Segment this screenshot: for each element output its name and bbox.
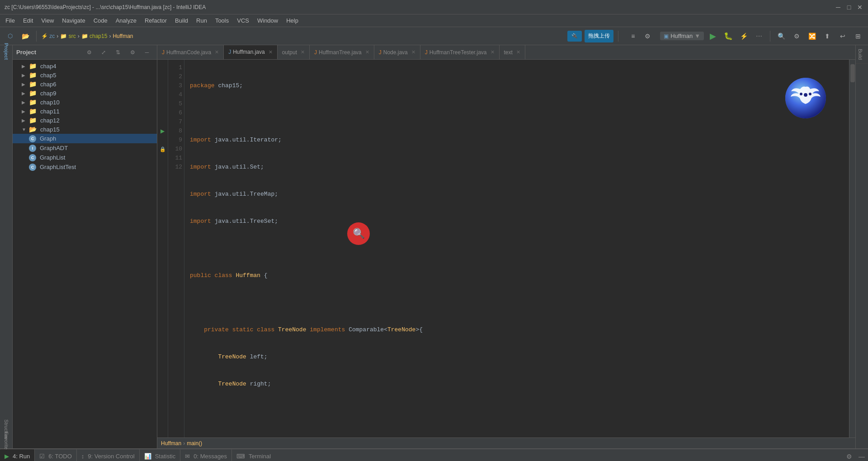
maximize-button[interactable]: □ — [845, 4, 853, 11]
run-config[interactable]: ▣ Huffman ▼ — [660, 32, 704, 40]
undo-btn[interactable]: ↩ — [836, 30, 849, 42]
run-config-label: Huffman — [670, 33, 693, 39]
arrow-icon: ▶ — [22, 91, 27, 96]
tree-item-chap5[interactable]: ▶ 📁 chap5 — [13, 71, 157, 80]
tab-huffman[interactable]: J Huffman.java ✕ — [224, 45, 277, 60]
project-tool-btn[interactable]: Project — [0, 45, 13, 58]
settings-sync-btn[interactable]: ⚙ — [641, 30, 654, 42]
minimize-button[interactable]: ─ — [835, 4, 842, 11]
menu-refactor[interactable]: Refactor — [141, 16, 170, 25]
close-tab-node[interactable]: ✕ — [411, 49, 415, 55]
tree-item-chap4[interactable]: ▶ 📁 chap4 — [13, 61, 157, 71]
tree-item-graphlisttest[interactable]: C GraphListTest — [13, 162, 157, 172]
vertical-scrollbar[interactable] — [849, 60, 855, 437]
update-btn[interactable]: ⬆ — [821, 30, 834, 42]
upload-btn[interactable]: 拖拽上传 — [585, 30, 613, 42]
avatar — [785, 78, 826, 118]
tab-huffmantree[interactable]: J HuffmanTree.java ✕ — [310, 45, 374, 60]
tree-item-chap12[interactable]: ▶ 📁 chap12 — [13, 116, 157, 125]
todo-tab[interactable]: ☑ 6: TODO — [35, 449, 77, 461]
terminal-tab[interactable]: ⌨ Terminal — [232, 449, 275, 461]
menu-code[interactable]: Code — [90, 16, 111, 25]
breadcrumb-huffman-class[interactable]: Huffman — [161, 440, 181, 447]
project-panel-header: Project ⚙ ⤢ ⇅ ⚙ ─ — [13, 45, 157, 60]
project-icon[interactable]: ⬡ — [4, 30, 16, 42]
menu-navigate[interactable]: Navigate — [58, 16, 89, 25]
tab-huffmancode[interactable]: J HuffmanCode.java ✕ — [157, 45, 224, 60]
favorites-side-btn[interactable]: Favorites — [0, 436, 13, 448]
bottom-tabs-bar: ▶ 4: Run ☑ 6: TODO ↕ 9: Version Control … — [0, 449, 868, 461]
menu-window[interactable]: Window — [254, 16, 282, 25]
panel-sort-btn[interactable]: ⇅ — [112, 46, 124, 59]
run-panel: ▶ 4: Run ☑ 6: TODO ↕ 9: Version Control … — [0, 448, 868, 461]
panel-hide-btn[interactable]: — — [855, 450, 868, 461]
settings-btn[interactable]: ⚙ — [790, 30, 803, 42]
close-tab-huffman[interactable]: ✕ — [269, 49, 273, 55]
tree-item-graphlist[interactable]: C GraphList — [13, 153, 157, 162]
close-tab-text[interactable]: ✕ — [516, 49, 520, 55]
tree-item-chap11[interactable]: ▶ 📁 chap11 — [13, 107, 157, 116]
panel-collapse-btn[interactable]: ─ — [141, 46, 153, 59]
breadcrumb-huffman[interactable]: Huffman — [113, 33, 133, 39]
vcs-tab[interactable]: ↕ 9: Version Control — [77, 449, 140, 461]
menu-tools[interactable]: Tools — [212, 16, 232, 25]
vcs-btn[interactable]: 🔀 — [806, 30, 818, 42]
close-tab-output[interactable]: ✕ — [301, 49, 305, 55]
code-content[interactable]: package chap15; import java.util.Iterato… — [184, 60, 849, 437]
open-folder-btn[interactable]: 📂 — [19, 30, 32, 42]
menu-build[interactable]: Build — [171, 16, 192, 25]
tab-label-huffmancode: HuffmanCode.java — [166, 49, 211, 56]
messages-tab[interactable]: ✉ 0: Messages — [180, 449, 232, 461]
menu-view[interactable]: View — [38, 16, 57, 25]
plugin-btn[interactable]: 🔌 — [567, 31, 582, 42]
close-tab-huffmantree[interactable]: ✕ — [365, 49, 369, 55]
layout-btn[interactable]: ⊞ — [852, 30, 864, 42]
search-overlay[interactable]: 🔍 — [347, 222, 370, 245]
project-panel: Project ⚙ ⤢ ⇅ ⚙ ─ ▶ 📁 chap4 ▶ 📁 chap5 — [13, 45, 157, 448]
java-interface-icon: I — [29, 144, 36, 152]
folder-icon: 📁 — [29, 71, 37, 79]
tab-node[interactable]: J Node.java ✕ — [374, 45, 420, 60]
tab-text[interactable]: text ✕ — [500, 45, 525, 60]
breadcrumb-main-method[interactable]: main() — [187, 440, 202, 447]
panel-expand-btn[interactable]: ⤢ — [97, 46, 110, 59]
tree-item-graphadt[interactable]: I GraphADT — [13, 143, 157, 153]
menu-vcs[interactable]: VCS — [233, 16, 253, 25]
tree-item-chap6[interactable]: ▶ 📁 chap6 — [13, 80, 157, 89]
tree-label-graph: Graph — [40, 135, 56, 142]
code-editor[interactable]: ▶ 🔒 1 2 3 4 5 6 7 8 9 10 — [157, 60, 855, 437]
debug-button[interactable]: 🐛 — [722, 30, 735, 42]
tree-item-chap15[interactable]: ▼ 📂 chap15 — [13, 125, 157, 134]
tree-item-chap10[interactable]: ▶ 📁 chap10 — [13, 98, 157, 107]
tree-label-graphlist: GraphList — [40, 154, 65, 161]
right-tab-build[interactable]: Build — [856, 45, 868, 64]
breadcrumb-src[interactable]: 📁 src — [60, 33, 75, 39]
menu-analyze[interactable]: Analyze — [112, 16, 140, 25]
arrow-icon: ▶ — [22, 64, 27, 69]
structure-btn[interactable]: ≡ — [627, 30, 639, 42]
tab-output[interactable]: output ✕ — [278, 45, 310, 60]
java-icon5: J — [425, 49, 428, 56]
statistic-tab[interactable]: 📊 Statistic — [140, 449, 181, 461]
panel-options-btn[interactable]: ⚙ — [83, 46, 95, 59]
panel-settings-btn[interactable]: ⚙ — [843, 450, 855, 461]
menu-file[interactable]: File — [2, 16, 19, 25]
close-tab-huffmantreetest[interactable]: ✕ — [491, 49, 495, 55]
breadcrumb-zc[interactable]: ⚡ zc — [41, 33, 55, 39]
close-tab-huffmancode[interactable]: ✕ — [215, 49, 219, 55]
menu-edit[interactable]: Edit — [19, 16, 37, 25]
coverage-button[interactable]: ⚡ — [737, 30, 750, 42]
menu-help[interactable]: Help — [283, 16, 302, 25]
tree-item-chap9[interactable]: ▶ 📁 chap9 — [13, 89, 157, 98]
more-run-btn[interactable]: ⋯ — [753, 30, 765, 42]
tab-huffmantreetest[interactable]: J HuffmanTreeTester.java ✕ — [420, 45, 500, 60]
panel-filter-btn[interactable]: ⚙ — [126, 46, 139, 59]
tree-item-graph[interactable]: C Graph — [13, 134, 157, 143]
search-everywhere-btn[interactable]: 🔍 — [775, 30, 788, 42]
close-button[interactable]: ✕ — [856, 4, 863, 11]
menu-run[interactable]: Run — [193, 16, 211, 25]
run-tab[interactable]: ▶ 4: Run — [0, 449, 35, 461]
run-gutter-icon[interactable]: ▶ — [160, 128, 165, 134]
run-button[interactable]: ▶ — [707, 30, 719, 42]
breadcrumb-chap15[interactable]: 📁 chap15 — [81, 33, 108, 39]
